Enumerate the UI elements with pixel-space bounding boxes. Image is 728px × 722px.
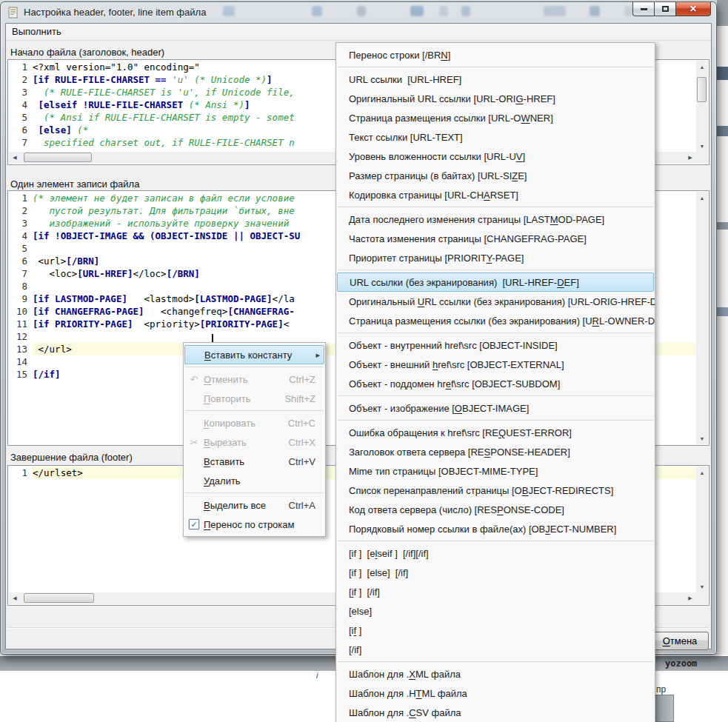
menu-item-label: Оригинальный URL ссылки [URL-ORIG-HREF] xyxy=(349,93,555,104)
menu-item-insert-constant[interactable]: Вставить константу▸ xyxy=(184,345,324,364)
minimize-button[interactable] xyxy=(632,2,655,16)
menu-item-label: Список перенаправлений страницы [OBJECT-… xyxy=(349,485,613,496)
minimize-icon xyxy=(641,8,647,10)
menu-item-word-wrap[interactable]: ✓Перенос по строкам xyxy=(184,515,324,534)
menu-item-cut[interactable]: ✂ВырезатьCtrl+X xyxy=(184,432,324,452)
scroll-left-icon[interactable]: ◀ xyxy=(9,592,21,604)
menu-item-label: [/if] xyxy=(349,644,361,655)
vertical-scrollbar[interactable]: ▲ ▼ xyxy=(696,61,708,152)
submenu-item-object-subdom[interactable]: Объект - поддомен href\src [OBJECT-SUBDO… xyxy=(337,374,654,393)
glass-artifact xyxy=(223,6,235,16)
submenu-item-url-size[interactable]: Размер страницы (в байтах) [URL-SIZE] xyxy=(337,166,654,185)
submenu-item-object-number[interactable]: Порядковый номер ссылки в файле(ах) [OBJ… xyxy=(337,519,654,538)
scroll-right-icon[interactable]: ▶ xyxy=(684,152,696,164)
scrollbar-thumb[interactable] xyxy=(697,77,707,102)
submenu-item-if-endif[interactable]: [if ] [/if] xyxy=(337,582,654,601)
submenu-item-url-owner-def[interactable]: Страница размещения ссылки (без экраниро… xyxy=(337,311,654,330)
scroll-up-icon[interactable]: ▲ xyxy=(696,467,708,478)
submenu-item-changefrag-page[interactable]: Частота изменения страницы [CHANGEFRAG-P… xyxy=(337,229,654,248)
submenu-item-url-href-def[interactable]: URL ссылки (без экранирования) [URL-HREF… xyxy=(337,273,654,292)
scroll-down-icon[interactable]: ▼ xyxy=(696,581,708,592)
submenu-item-url-href[interactable]: URL ссылки [URL-HREF] xyxy=(337,70,654,89)
submenu-item-template-csv[interactable]: Шаблон для .CSV файла xyxy=(337,703,654,722)
menu-item-label: Перенос по строкам xyxy=(204,519,295,530)
submenu-item-url-owner[interactable]: Страница размещения ссылки [URL-OWNER] xyxy=(337,108,654,127)
scrollbar-corner xyxy=(696,152,708,164)
menu-separator xyxy=(338,661,653,662)
menu-item-label: Шаблон для .HTML файла xyxy=(349,688,467,699)
menu-item-label: Дата последнего изменения страницы [LAST… xyxy=(349,214,604,225)
submenu-item-object-mime-type[interactable]: Mime тип страницы [OBJECT-MIME-TYPE] xyxy=(337,461,654,481)
submenu-item-url-text[interactable]: Текст ссылки [URL-TEXT] xyxy=(337,127,654,147)
menu-item-label: Заголовок ответа сервера [RESPONSE-HEADE… xyxy=(349,447,570,458)
submenu-item-response-code[interactable]: Код ответа сервера (число) [RESPONSE-COD… xyxy=(337,500,654,519)
glass-artifact xyxy=(357,6,366,16)
submenu-item-brn[interactable]: Перенос строки [/BRN] xyxy=(337,45,654,64)
scrollbar-thumb[interactable] xyxy=(24,593,94,603)
menu-item-undo[interactable]: ↶ОтменитьCtrl+Z xyxy=(184,370,324,389)
submenu-item-url-uv[interactable]: Уровень вложенности ссылки [URL-UV] xyxy=(337,147,654,166)
submenu-item-lastmod-page[interactable]: Дата последнего изменения страницы [LAST… xyxy=(337,210,654,229)
submenu-item-template-xml[interactable]: Шаблон для .XML файла xyxy=(337,664,654,683)
submenu-item-object-redirects[interactable]: Список перенаправлений страницы [OBJECT-… xyxy=(337,481,654,500)
window-controls: ✕ xyxy=(632,2,711,16)
menu-item-label: Страница размещения ссылки (без экраниро… xyxy=(349,315,655,327)
menu-item-label: Частота изменения страницы [CHANGEFRAG-P… xyxy=(349,233,587,244)
submenu-item-url-charset[interactable]: Кодировка страницы [URL-CHARSET] xyxy=(337,185,654,204)
background-window-right-edge xyxy=(717,0,728,722)
menu-item-shortcut: Ctrl+Z xyxy=(289,374,324,385)
menu-item-paste[interactable]: ВставитьCtrl+V xyxy=(184,452,324,471)
menu-separator xyxy=(338,67,653,67)
submenu-item-template-html[interactable]: Шаблон для .HTML файла xyxy=(337,683,654,703)
submenu-item-if-elseif[interactable]: [if ] [elseif ] [/if][/if] xyxy=(337,544,654,563)
submenu-item-object-inside[interactable]: Объект - внутренний href\src [OBJECT-INS… xyxy=(337,335,654,355)
submenu-item-response-header[interactable]: Заголовок ответа сервера [RESPONSE-HEADE… xyxy=(337,442,654,461)
screen: rgin-top: 4px"><a target="_blank" href="… xyxy=(0,0,728,722)
scroll-up-icon[interactable]: ▲ xyxy=(696,192,708,204)
cancel-button[interactable]: Отмена xyxy=(651,632,709,650)
scrollbar-thumb[interactable] xyxy=(24,153,92,162)
menu-item-delete[interactable]: Удалить xyxy=(184,471,324,490)
insert-constant-submenu: Перенос строки [/BRN]URL ссылки [URL-HRE… xyxy=(335,42,655,722)
vertical-scrollbar[interactable]: ▲ ▼ xyxy=(696,192,708,444)
submenu-item-endif[interactable]: [/if] xyxy=(337,640,654,659)
scroll-down-icon[interactable]: ▼ xyxy=(696,140,708,152)
submenu-item-object-external[interactable]: Объект - внешний href\src [OBJECT-EXTERN… xyxy=(337,355,654,374)
submenu-item-url-orig-href-def[interactable]: Оригинальный URL ссылки (без экранирован… xyxy=(337,292,654,311)
scroll-up-icon[interactable]: ▲ xyxy=(696,61,708,73)
glass-artifact xyxy=(590,6,600,16)
menu-separator xyxy=(338,270,653,270)
menu-item-redo[interactable]: ПовторитьShift+Z xyxy=(184,389,324,408)
submenu-item-if-else[interactable]: [if ] [else] [/if] xyxy=(337,563,654,582)
vertical-scrollbar[interactable]: ▲ ▼ xyxy=(696,467,708,592)
menu-execute[interactable]: Выполнить xyxy=(6,24,67,37)
undo-icon: ↶ xyxy=(184,374,204,385)
scroll-right-icon[interactable]: ▶ xyxy=(684,592,696,604)
menu-item-label: Mime тип страницы [OBJECT-MIME-TYPE] xyxy=(349,466,538,477)
menu-item-label: Копировать xyxy=(204,418,256,429)
menu-item-shortcut: Ctrl+V xyxy=(289,456,324,467)
scroll-down-icon[interactable]: ▼ xyxy=(696,432,708,444)
scrollbar-corner xyxy=(696,592,708,604)
menu-item-label: Оригинальный URL ссылки (без экранирован… xyxy=(349,296,655,307)
menu-separator xyxy=(338,420,653,421)
submenu-item-priority-page[interactable]: Приоритет страницы [PRIORITY-PAGE] xyxy=(337,248,654,267)
close-button[interactable]: ✕ xyxy=(676,2,711,16)
scroll-left-icon[interactable]: ◀ xyxy=(9,152,21,164)
submenu-item-object-image[interactable]: Объект - изображение [OBJECT-IMAGE] xyxy=(337,398,654,418)
menu-bar: Выполнить xyxy=(6,24,711,41)
submenu-item-else[interactable]: [else] xyxy=(337,601,654,621)
menu-item-label: Перенос строки [/BRN] xyxy=(349,50,450,61)
menu-item-label: Объект - поддомен href\src [OBJECT-SUBDO… xyxy=(349,378,560,390)
menu-item-copy[interactable]: КопироватьCtrl+C xyxy=(184,413,324,432)
menu-item-label: Уровень вложенности ссылки [URL-UV] xyxy=(349,151,525,162)
submenu-item-url-orig-href[interactable]: Оригинальный URL ссылки [URL-ORIG-HREF] xyxy=(337,89,654,108)
maximize-button[interactable] xyxy=(655,2,676,16)
menu-item-label: Повторить xyxy=(204,393,250,404)
submenu-item-request-error[interactable]: Ошибка обращения к href\src [REQUEST-ERR… xyxy=(337,423,654,442)
submenu-item-if[interactable]: [if ] xyxy=(337,621,654,640)
menu-item-select-all[interactable]: Выделить всеCtrl+A xyxy=(184,495,324,515)
menu-item-label: Объект - изображение [OBJECT-IMAGE] xyxy=(349,403,529,414)
menu-item-label: Шаблон для .CSV файла xyxy=(349,707,461,718)
titlebar[interactable]: Настройка header, footer, line item файл… xyxy=(1,2,716,22)
